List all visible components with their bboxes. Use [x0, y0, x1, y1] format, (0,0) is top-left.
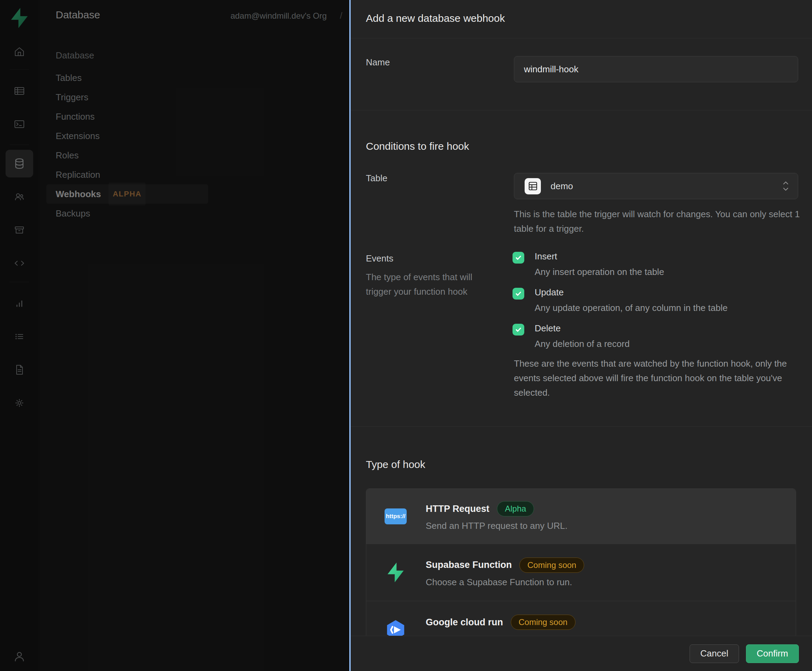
event-option-delete[interactable]: Delete Any deletion of a record	[512, 323, 630, 349]
coming-soon-badge: Coming soon	[519, 557, 584, 573]
webhook-name-input[interactable]	[514, 56, 798, 82]
event-label: Delete	[535, 323, 630, 334]
event-label: Update	[535, 287, 728, 298]
events-description: The type of events that will trigger you…	[366, 270, 497, 299]
google-cloud-run-icon	[382, 619, 409, 639]
event-label: Insert	[535, 251, 664, 262]
event-option-insert[interactable]: Insert Any insert operation on the table	[512, 251, 664, 278]
checkbox-checked-icon[interactable]	[512, 252, 524, 264]
divider	[349, 426, 812, 427]
hook-option-title: Google cloud run	[426, 617, 503, 628]
hook-type-heading: Type of hook	[366, 459, 426, 470]
table-label: Table	[366, 173, 387, 184]
cancel-button[interactable]: Cancel	[689, 644, 739, 663]
events-label: Events	[366, 253, 393, 264]
hook-option-http-request[interactable]: https:// HTTP Request Alpha Send an HTTP…	[366, 489, 796, 544]
event-description: Any insert operation on the table	[535, 267, 664, 278]
event-option-update[interactable]: Update Any update operation, of any colu…	[512, 287, 728, 313]
panel-footer: Cancel Confirm	[349, 636, 812, 671]
table-icon	[524, 178, 541, 194]
modal-dim-overlay	[0, 0, 349, 671]
checkbox-checked-icon[interactable]	[512, 324, 524, 336]
divider	[349, 38, 812, 38]
hook-type-options: https:// HTTP Request Alpha Send an HTTP…	[366, 489, 796, 638]
hook-option-title: Supabase Function	[426, 560, 512, 571]
events-note: These are the events that are watched by…	[514, 356, 804, 400]
conditions-heading: Conditions to fire hook	[366, 140, 469, 152]
coming-soon-badge: Coming soon	[511, 615, 575, 630]
supabase-function-icon	[382, 562, 409, 583]
name-label: Name	[366, 57, 390, 68]
table-select-value: demo	[551, 181, 573, 192]
event-description: Any update operation, of any column in t…	[535, 303, 728, 313]
confirm-button[interactable]: Confirm	[746, 644, 799, 663]
panel-focus-ring	[349, 0, 351, 671]
event-description: Any deletion of a record	[535, 339, 630, 349]
hook-option-description: Choose a Supabase Function to run.	[426, 577, 584, 588]
panel-title: Add a new database webhook	[366, 12, 505, 24]
chevron-up-down-icon	[782, 179, 790, 193]
table-help-text: This is the table the trigger will watch…	[514, 207, 801, 236]
https-request-icon: https://	[382, 508, 409, 525]
alpha-pill-badge: Alpha	[497, 501, 534, 516]
hook-option-google-cloud-run[interactable]: Google cloud run Coming soon Choose a go…	[366, 601, 796, 638]
hook-option-supabase-function[interactable]: Supabase Function Coming soon Choose a S…	[366, 544, 796, 601]
hook-option-description: Send an HTTP request to any URL.	[426, 521, 567, 531]
add-webhook-panel: Add a new database webhook Name Conditio…	[349, 0, 812, 671]
checkbox-checked-icon[interactable]	[512, 288, 524, 300]
table-select[interactable]: demo	[514, 173, 798, 199]
hook-option-title: HTTP Request	[426, 504, 489, 514]
